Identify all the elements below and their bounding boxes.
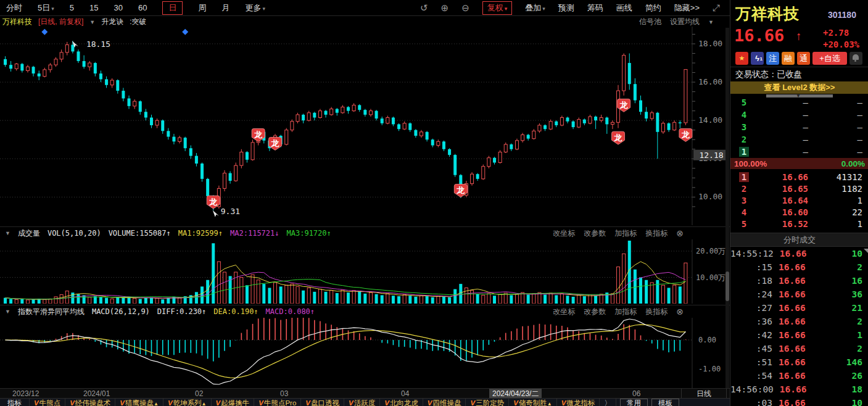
bid-row: 116.6641312 [730,171,868,183]
template-button[interactable]: 模板 [651,399,679,406]
period-分时[interactable]: 分时 [6,2,22,14]
sale-volume: 16 [823,276,868,286]
tab-经伟操盘术[interactable]: V经伟操盘术 [65,399,115,406]
ask-level: 2 [739,135,749,144]
pane-link-改参数[interactable]: 改参数 [584,228,606,239]
ask-volume: — [808,147,868,157]
collapse-icon[interactable]: ▼ [5,309,10,315]
pane-link-改坐标[interactable]: 改坐标 [553,307,575,317]
chart-mode-label[interactable]: [日线, 前复权] [38,17,83,27]
bid-price: 16.52 [749,219,808,229]
scrollbar-handle[interactable] [725,271,729,301]
tool-筹码[interactable]: 筹码 [587,2,603,14]
tab-牛熊点Pro[interactable]: V牛熊点Pro [254,399,301,406]
date-label: 02 [195,389,203,398]
tab-猎鹰操盘[interactable]: V猎鹰操盘▲ [115,399,163,406]
close-pane-icon[interactable]: ⊗ [676,228,684,238]
sale-volume: 36 [823,289,868,299]
tab-牛熊点[interactable]: V牛熊点 [30,399,65,406]
bid-volume: 22 [808,207,868,217]
china-flag-icon[interactable]: ★ [735,52,748,65]
tool-简约[interactable]: 简约 [645,2,661,14]
v-logo-icon: V [305,399,310,406]
pane-link-改坐标[interactable]: 改坐标 [553,228,575,239]
tab-indicators[interactable]: 指标 [0,399,30,406]
ask-price: — [749,122,808,132]
tab-盘口透视[interactable]: V盘口透视 [301,399,344,406]
level2-data-link[interactable]: 查看 Level2 数据>> [730,81,868,94]
tab-微龙指标[interactable]: V微龙指标 [557,399,600,406]
period-30[interactable]: 30 [114,3,122,12]
chart-scrollbar[interactable] [725,28,729,388]
tab-储奇制胜[interactable]: V储奇制胜▲ [509,399,557,406]
tong-badge-icon[interactable]: 通 [797,52,810,65]
tool-隐藏>>[interactable]: 隐藏>> [674,2,700,14]
price-axis-label: 16.00 [698,77,722,86]
tabs-more-chevron[interactable]: 〉 [600,399,616,406]
sale-row: :2716.6621 [730,301,868,315]
stock-name: 万祥科技 [735,4,800,24]
pane-link-加指标[interactable]: 加指标 [614,307,637,317]
tab-三阶定势[interactable]: V三阶定势 [466,399,509,406]
tab-label: 乾坤系列 [173,399,202,406]
close-pane-icon[interactable]: ⊗ [676,307,684,317]
chevron-down-icon[interactable]: ▼ [708,19,714,25]
lightning-badge-icon[interactable]: ϟ1 [751,52,764,65]
sale-price: 16.66 [772,398,823,406]
period-5[interactable]: 5 [70,3,74,12]
signal-diamond-icon [41,29,48,35]
tool-复权[interactable]: 复权▾ [482,1,513,15]
bid-level: 4 [739,207,749,217]
dragon-indicator-label[interactable]: 升龙诀 [101,17,123,27]
rong-badge-icon[interactable]: 融 [782,52,795,65]
tab-活跃度[interactable]: V活跃度 [344,399,380,406]
pane-link-加指标[interactable]: 加指标 [614,228,637,239]
sale-price: 16.66 [774,384,824,394]
sale-time: :24 [730,289,772,299]
bid-price: 16.64 [749,196,808,205]
alert-bell-icon[interactable] [849,52,862,65]
chevron-down-icon[interactable]: ▼ [89,19,95,25]
period-5日[interactable]: 5日▾ [38,2,54,14]
period-15[interactable]: 15 [89,3,98,12]
common-indicators-button[interactable]: 常用 [620,399,648,406]
volume-ma2: MA2:115721↓ [230,229,279,238]
macd-chart[interactable]: 0.00-1.00 [0,318,730,388]
tab-北向龙虎[interactable]: V北向龙虎 [380,399,423,406]
add-watchlist-button[interactable]: +自选 [812,52,847,65]
zoom-in-icon[interactable]: ⊕ [441,2,449,14]
zhu-badge-icon[interactable]: 注 [766,52,779,65]
tab-四维操盘[interactable]: V四维操盘 [423,399,466,406]
candlestick-chart[interactable]: 18.0016.0014.0012.0010.00龙龙龙龙龙龙龙18.159.3… [0,27,730,225]
sale-price: 16.66 [772,330,823,340]
volume-pane-header: ▼ 成交量 VOL(5,10,20) VOLUME:155087↑ MA1:92… [0,226,730,239]
triangle-up-icon: ▲ [202,401,207,406]
bid-level: 1 [739,172,749,182]
period-buttons: 分时5日▾5153060日周月更多▾ [6,1,265,15]
period-日[interactable]: 日 [162,1,183,15]
period-更多[interactable]: 更多▾ [245,2,265,14]
signal-pool-link[interactable]: 信号池 [639,17,661,27]
tool-画线[interactable]: 画线 [616,2,632,14]
period-60[interactable]: 60 [138,3,147,12]
tool-预测[interactable]: 预测 [558,2,574,14]
undo-icon[interactable]: ↺ [420,2,428,14]
tab-乾坤系列[interactable]: V乾坤系列▲ [163,399,212,406]
ma-setting-link[interactable]: 设置均线 [670,17,700,27]
sale-time: :36 [730,317,772,326]
volume-chart[interactable]: 20.00万10.00万 [0,239,730,304]
zoom-out-icon[interactable]: ⊖ [461,2,469,14]
scroll-corner-icon[interactable] [864,249,868,253]
fullscreen-icon[interactable]: ⤢ [713,2,720,14]
pane-link-改参数[interactable]: 改参数 [584,307,606,317]
tool-叠加[interactable]: 叠加▾ [525,2,545,14]
pane-link-换指标[interactable]: 换指标 [645,307,668,317]
period-toolbar: 分时5日▾5153060日周月更多▾ ↺ ⊕ ⊖ 复权▾叠加▾预测筹码画线简约隐… [0,0,730,16]
tab-起爆擒牛[interactable]: V起爆擒牛 [212,399,255,406]
collapse-icon[interactable]: ▼ [5,230,10,236]
sale-time: :45 [730,344,772,354]
period-周[interactable]: 周 [198,2,206,14]
pane-link-换指标[interactable]: 换指标 [645,228,668,239]
period-月[interactable]: 月 [221,2,229,14]
time-sales-list[interactable]: 14:55:1216.6610:1516.662:1816.6616:2416.… [730,247,868,406]
